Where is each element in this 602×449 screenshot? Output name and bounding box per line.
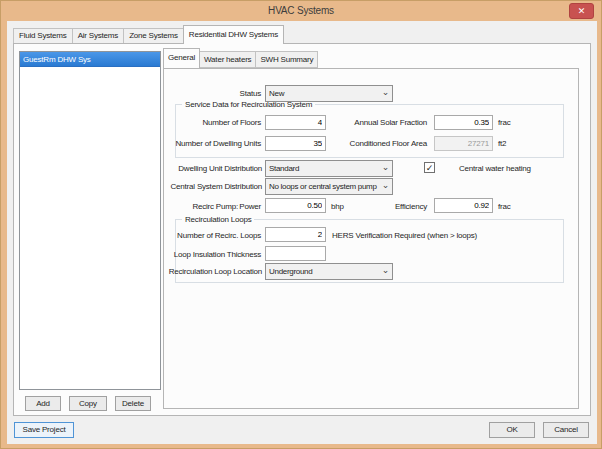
recirculation-loop-location-value: Underground: [269, 267, 312, 276]
chevron-down-icon: ⌄: [382, 178, 389, 193]
tab-fluid-systems-label: Fluid Systems: [19, 31, 67, 40]
number-of-dwelling-units-label: Number of Dwelling Units: [107, 136, 261, 151]
chevron-down-icon: ⌄: [382, 85, 389, 100]
tab-air-systems[interactable]: Air Systems: [72, 28, 124, 44]
ok-button[interactable]: OK: [489, 422, 535, 438]
dialog-client-area: Fluid Systems Air Systems Zone Systems R…: [7, 21, 597, 444]
tab-fluid-systems[interactable]: Fluid Systems: [13, 28, 73, 44]
pump-efficiency-input[interactable]: [434, 198, 493, 213]
central-system-distribution-select[interactable]: No loops or central system pump ⌄: [265, 178, 393, 195]
pump-efficiency-label: Efficiency: [337, 199, 427, 214]
main-tab-bar: Fluid Systems Air Systems Zone Systems R…: [13, 25, 283, 44]
save-project-button-label: Save Project: [23, 425, 66, 434]
tab-residential-dhw-systems[interactable]: Residential DHW Systems: [183, 25, 284, 44]
delete-button-label: Delete: [122, 399, 144, 408]
tab-general[interactable]: General: [163, 48, 200, 68]
tab-swh-summary[interactable]: SWH Summary: [255, 51, 318, 68]
tab-water-heaters-label: Water heaters: [204, 55, 251, 64]
save-project-button[interactable]: Save Project: [14, 422, 74, 438]
add-button[interactable]: Add: [25, 396, 61, 411]
number-of-recirc-loops-input[interactable]: [265, 227, 326, 242]
dhw-system-list[interactable]: GuestRm DHW Sys: [19, 51, 161, 390]
status-label: Status: [141, 86, 261, 101]
window-title: HVAC Systems: [268, 5, 334, 16]
hers-verification-note: HERS Verification Required (when > loops…: [332, 228, 562, 243]
add-button-label: Add: [36, 399, 50, 408]
hvac-systems-dialog: HVAC Systems ✕ Fluid Systems Air Systems…: [0, 0, 602, 449]
close-button[interactable]: ✕: [569, 3, 594, 19]
recirculation-loop-location-label: Recirculation Loop Location: [107, 264, 262, 279]
status-value: New: [269, 89, 284, 98]
delete-button[interactable]: Delete: [115, 396, 151, 411]
dwelling-unit-distribution-label: Dwelling Unit Distribution: [107, 161, 262, 176]
loop-insulation-thickness-input[interactable]: [265, 246, 326, 261]
cancel-button-label: Cancel: [554, 425, 578, 434]
tab-general-label: General: [168, 53, 195, 62]
copy-button[interactable]: Copy: [69, 396, 107, 411]
ok-button-label: OK: [506, 425, 517, 434]
list-item-selected[interactable]: GuestRm DHW Sys: [20, 52, 160, 67]
tab-zone-systems-label: Zone Systems: [129, 31, 178, 40]
cancel-button[interactable]: Cancel: [543, 422, 589, 438]
pump-power-label: Power: [211, 199, 261, 214]
recirculation-loops-group-title: Recirculation Loops: [182, 214, 254, 225]
annual-solar-fraction-label: Annual Solar Fraction: [273, 115, 427, 130]
list-item-label: GuestRm DHW Sys: [23, 55, 91, 64]
detail-tab-bar: General Water heaters SWH Summary: [163, 49, 317, 68]
tab-residential-dhw-systems-label: Residential DHW Systems: [189, 30, 278, 39]
central-water-heating-checkbox[interactable]: ✓: [424, 162, 435, 173]
annual-solar-fraction-unit: frac: [498, 115, 528, 130]
chevron-down-icon: ⌄: [382, 160, 389, 175]
tab-zone-systems[interactable]: Zone Systems: [123, 28, 184, 44]
central-system-distribution-value: No loops or central system pump: [269, 182, 377, 191]
title-bar: HVAC Systems: [1, 1, 601, 21]
copy-button-label: Copy: [79, 399, 97, 408]
checkmark-icon: ✓: [426, 163, 433, 173]
conditioned-floor-area-unit: ft2: [498, 136, 528, 151]
annual-solar-fraction-input[interactable]: [434, 115, 493, 130]
recirculation-loop-location-select[interactable]: Underground ⌄: [265, 263, 393, 280]
dwelling-unit-distribution-select[interactable]: Standard ⌄: [265, 160, 393, 177]
number-of-floors-label: Number of Floors: [107, 115, 261, 130]
tab-water-heaters[interactable]: Water heaters: [199, 51, 256, 68]
central-system-distribution-label: Central System Distribution: [107, 179, 262, 194]
pump-efficiency-unit: frac: [498, 199, 528, 214]
loop-insulation-thickness-label: Loop Insulation Thickness: [107, 247, 261, 262]
conditioned-floor-area-label: Conditioned Floor Area: [273, 136, 427, 151]
central-water-heating-label: Central water heating: [459, 161, 569, 176]
number-of-recirc-loops-label: Number of Recirc. Loops: [107, 228, 261, 243]
tab-swh-summary-label: SWH Summary: [260, 55, 313, 64]
close-icon: ✕: [578, 6, 585, 16]
dwelling-unit-distribution-value: Standard: [269, 164, 299, 173]
chevron-down-icon: ⌄: [382, 263, 389, 278]
pump-power-input[interactable]: [265, 198, 326, 213]
conditioned-floor-area-input: [434, 136, 493, 151]
status-select[interactable]: New ⌄: [265, 85, 393, 102]
tab-air-systems-label: Air Systems: [78, 31, 118, 40]
